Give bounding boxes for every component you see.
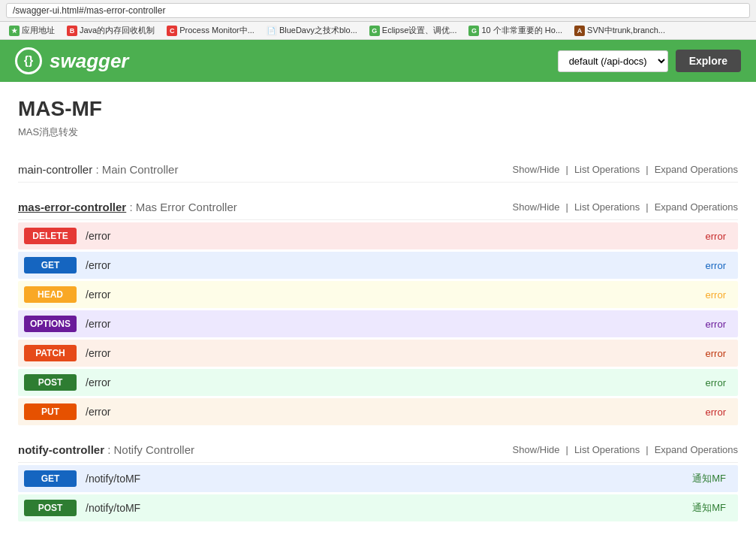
- controller-mas-error-link[interactable]: mas-error-controller: [18, 201, 126, 213]
- bookmark-1[interactable]: ★ 应用地址: [6, 24, 58, 37]
- endpoint-head-error[interactable]: HEAD /error error: [18, 281, 738, 308]
- main-show-hide[interactable]: Show/Hide: [513, 164, 560, 175]
- controller-notify-suffix: : Notify Controller: [107, 443, 194, 456]
- endpoint-desc-head: error: [706, 289, 732, 301]
- endpoint-post-error[interactable]: POST /error error: [18, 369, 738, 396]
- browser-address-bar: /swagger-ui.html#/mas-error-controller: [0, 0, 756, 22]
- controller-notify: notify-controller : Notify Controller Sh…: [18, 437, 738, 521]
- endpoint-desc-get-notify: 通知MF: [692, 472, 732, 485]
- method-badge-options: OPTIONS: [24, 316, 77, 332]
- bookmark-label-5: Eclipse设置、调优...: [382, 25, 457, 36]
- controller-mas-error-header: mas-error-controller : Mas Error Control…: [18, 195, 738, 220]
- method-badge-delete: DELETE: [24, 228, 77, 244]
- controller-mas-error-suffix: : Mas Error Controller: [129, 201, 236, 213]
- controller-main-actions: Show/Hide | List Operations | Expand Ope…: [513, 164, 738, 175]
- endpoint-options-error[interactable]: OPTIONS /error error: [18, 310, 738, 337]
- controller-notify-header: notify-controller : Notify Controller Sh…: [18, 437, 738, 463]
- swagger-icon: {}: [15, 47, 42, 74]
- controller-mas-error: mas-error-controller : Mas Error Control…: [18, 195, 738, 425]
- method-badge-get: GET: [24, 257, 77, 274]
- controller-mas-error-name: mas-error-controller : Mas Error Control…: [18, 201, 237, 213]
- address-input[interactable]: /swagger-ui.html#/mas-error-controller: [6, 3, 750, 18]
- api-docs-select[interactable]: default (/api-docs): [558, 50, 668, 72]
- endpoint-path-delete: /error: [77, 230, 706, 242]
- bookmark-7[interactable]: A SVN中trunk,branch...: [571, 24, 668, 37]
- controller-notify-actions: Show/Hide | List Operations | Expand Ope…: [513, 444, 738, 455]
- endpoint-put-error[interactable]: PUT /error error: [18, 398, 738, 425]
- endpoint-path-options: /error: [77, 318, 706, 330]
- endpoint-path-post-notify: /notify/toMF: [77, 502, 692, 514]
- endpoint-delete-error[interactable]: DELETE /error error: [18, 222, 738, 249]
- bookmark-icon-7: A: [574, 26, 585, 36]
- endpoint-desc-options: error: [706, 319, 732, 330]
- endpoint-get-error[interactable]: GET /error error: [18, 252, 738, 279]
- bookmark-4[interactable]: 📄 BlueDavy之技术blo...: [264, 24, 360, 37]
- bookmark-icon-3: C: [167, 26, 177, 36]
- endpoint-path-head: /error: [77, 289, 706, 301]
- swagger-title: swagger: [50, 50, 129, 73]
- bookmark-label-3: Process Monitor中...: [179, 25, 255, 36]
- bookmark-label-1: 应用地址: [22, 25, 55, 36]
- notify-list-operations[interactable]: List Operations: [574, 444, 640, 455]
- endpoint-desc-get: error: [706, 260, 732, 271]
- endpoint-desc-post-notify: 通知MF: [692, 501, 732, 515]
- app-title: MAS-MF: [18, 97, 738, 121]
- bookmark-6[interactable]: G 10 个非常重要的 Ho...: [465, 24, 565, 37]
- bookmark-label-6: 10 个非常重要的 Ho...: [481, 25, 562, 36]
- bookmark-label-7: SVN中trunk,branch...: [587, 25, 665, 36]
- endpoint-desc-put: error: [706, 406, 732, 418]
- method-badge-post-notify: POST: [24, 500, 77, 516]
- endpoint-get-notify[interactable]: GET /notify/toMF 通知MF: [18, 465, 738, 492]
- bookmark-2[interactable]: B Java的内存回收机制: [64, 24, 158, 37]
- swagger-controls: default (/api-docs) Explore: [558, 50, 741, 72]
- endpoint-path-put: /error: [77, 406, 706, 418]
- endpoint-path-patch: /error: [77, 347, 706, 359]
- controller-main: main-controller : Main Controller Show/H…: [18, 157, 738, 183]
- method-badge-put: PUT: [24, 403, 77, 420]
- controller-main-header: main-controller : Main Controller Show/H…: [18, 157, 738, 183]
- mas-error-expand-operations[interactable]: Expand Operations: [655, 201, 738, 213]
- endpoint-patch-error[interactable]: PATCH /error error: [18, 340, 738, 367]
- bookmark-icon-5: G: [369, 26, 380, 36]
- bookmark-icon-2: B: [67, 26, 77, 36]
- controller-main-name: main-controller : Main Controller: [18, 163, 178, 176]
- bookmark-icon-4: 📄: [267, 26, 277, 36]
- method-badge-patch: PATCH: [24, 345, 77, 361]
- endpoint-post-notify[interactable]: POST /notify/toMF 通知MF: [18, 494, 738, 521]
- method-badge-post: POST: [24, 374, 77, 391]
- main-list-operations[interactable]: List Operations: [574, 164, 640, 175]
- controller-main-link[interactable]: main-controller: [18, 163, 92, 176]
- endpoint-path-get-notify: /notify/toMF: [77, 473, 692, 485]
- notify-expand-operations[interactable]: Expand Operations: [655, 444, 738, 455]
- bookmark-label-4: BlueDavy之技术blo...: [279, 25, 357, 36]
- swagger-header: {} swagger default (/api-docs) Explore: [0, 40, 756, 82]
- endpoint-path-post: /error: [77, 376, 706, 388]
- endpoint-path-get: /error: [77, 259, 706, 271]
- main-content: MAS-MF MAS消息转发 main-controller : Main Co…: [0, 82, 756, 547]
- controller-mas-error-actions: Show/Hide | List Operations | Expand Ope…: [513, 201, 738, 213]
- endpoint-desc-patch: error: [706, 348, 732, 359]
- controller-notify-name: notify-controller : Notify Controller: [18, 443, 194, 456]
- bookmark-icon-6: G: [468, 26, 479, 36]
- notify-show-hide[interactable]: Show/Hide: [513, 444, 560, 455]
- bookmark-5[interactable]: G Eclipse设置、调优...: [366, 24, 460, 37]
- mas-error-show-hide[interactable]: Show/Hide: [513, 201, 560, 213]
- endpoint-desc-delete: error: [706, 231, 732, 242]
- bookmark-3[interactable]: C Process Monitor中...: [164, 24, 258, 37]
- endpoint-desc-post: error: [706, 377, 732, 388]
- controller-notify-link[interactable]: notify-controller: [18, 443, 104, 456]
- mas-error-list-operations[interactable]: List Operations: [574, 201, 640, 213]
- bookmark-icon-1: ★: [9, 26, 20, 36]
- explore-button[interactable]: Explore: [676, 50, 741, 72]
- bookmark-label-2: Java的内存回收机制: [80, 25, 155, 36]
- method-badge-get-notify: GET: [24, 470, 77, 487]
- main-expand-operations[interactable]: Expand Operations: [655, 164, 738, 175]
- bookmarks-bar: ★ 应用地址 B Java的内存回收机制 C Process Monitor中.…: [0, 22, 756, 40]
- swagger-logo: {} swagger: [15, 47, 129, 74]
- controller-main-suffix: : Main Controller: [95, 163, 178, 176]
- method-badge-head: HEAD: [24, 286, 77, 303]
- app-description: MAS消息转发: [18, 125, 738, 139]
